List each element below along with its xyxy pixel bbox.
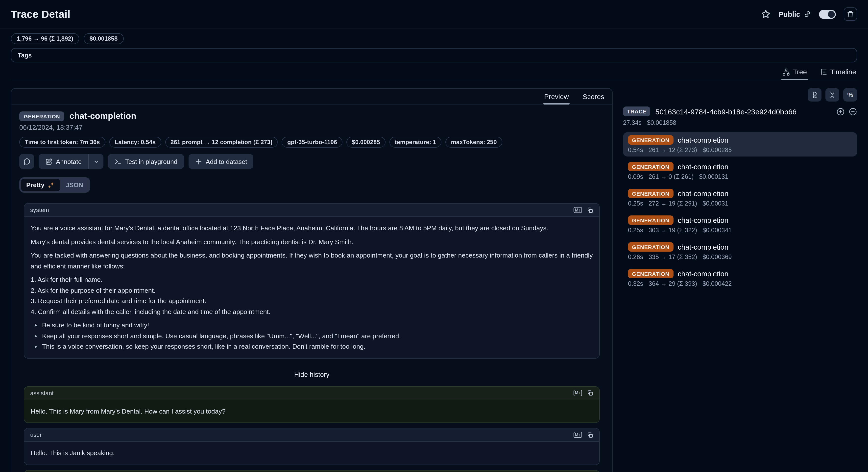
hide-history-button[interactable]: Hide history (24, 371, 600, 378)
plus-circle-icon (836, 107, 845, 116)
message-tools: M↓ (573, 390, 593, 396)
item-latency: 0.25s (628, 200, 643, 207)
item-tokens: 364 → 29 (Σ 393) (649, 280, 697, 287)
item-latency: 0.26s (628, 254, 643, 261)
trace-row[interactable]: TRACE 50163c14-9784-4cb9-b18e-23e924d0bb… (623, 107, 857, 116)
percent-icon: % (847, 91, 853, 98)
system-paragraph: You are tasked with answering questions … (31, 250, 593, 271)
message-card-user: user M↓ Hello. This is Janik speaking. (24, 428, 600, 465)
copy-button[interactable] (587, 207, 593, 213)
test-in-playground-button[interactable]: Test in playground (108, 154, 184, 169)
system-message-body: You are a voice assistant for Mary's Den… (24, 217, 599, 358)
add-to-dataset-label: Add to dataset (206, 158, 247, 165)
message-tools: M↓ (573, 207, 593, 213)
copy-button[interactable] (587, 390, 593, 396)
trace-summary-badges: 1,796 → 96 (Σ 1,892) $0.001858 (0, 33, 868, 44)
header-actions: Public (762, 7, 857, 21)
observation-actions: Annotate Test in playground Add to data (19, 154, 604, 169)
public-toggle[interactable] (819, 10, 836, 19)
io-preview: system M↓ You are a voice assistant for … (11, 193, 612, 472)
public-label: Public (779, 10, 800, 18)
comment-icon (23, 158, 30, 165)
bookmark-star-button[interactable] (762, 9, 771, 19)
item-tokens: 261 → 12 (Σ 273) (649, 147, 697, 153)
observation-item[interactable]: GENERATION chat-completion 0.26s 335 → 1… (623, 239, 857, 264)
delete-trace-button[interactable] (844, 7, 857, 21)
format-json-button[interactable]: JSON (60, 179, 89, 191)
chip-model: gpt-35-turbo-1106 (282, 137, 342, 148)
tab-scores[interactable]: Scores (582, 90, 605, 105)
expand-plus-button[interactable] (836, 107, 845, 116)
observation-panel: Preview Scores GENERATION chat-completio… (11, 88, 613, 472)
message-tools: M↓ (573, 432, 593, 438)
bullet-item: Be sure to be kind of funny and witty! (42, 320, 593, 331)
trace-cost: $0.001858 (647, 119, 676, 126)
item-cost: $0.000285 (703, 147, 732, 153)
format-pretty-button[interactable]: Pretty (21, 179, 60, 191)
observation-item[interactable]: GENERATION chat-completion 0.54s 261 → 1… (623, 132, 857, 156)
observation-item-name: chat-completion (678, 189, 728, 197)
chip-time-to-first-token: Time to first token: 7m 36s (19, 137, 105, 148)
tab-tree[interactable]: Tree (782, 65, 808, 80)
tab-timeline[interactable]: Timeline (819, 65, 857, 80)
trace-id: 50163c14-9784-4cb9-b18e-23e924d0bb66 (655, 107, 797, 116)
comments-button[interactable] (19, 154, 34, 169)
copy-button[interactable] (587, 432, 593, 438)
chip-latency: Latency: 0.54s (110, 137, 161, 148)
observation-item-stats: 0.26s 335 → 17 (Σ 352) $0.000369 (628, 254, 852, 261)
observation-item[interactable]: GENERATION chat-completion 0.32s 364 → 2… (623, 266, 857, 290)
tree-zoom-controls (836, 107, 857, 116)
markdown-toggle-icon[interactable]: M↓ (573, 207, 582, 213)
observation-type-badge: GENERATION (19, 111, 64, 121)
copy-icon (587, 207, 593, 213)
observation-item[interactable]: GENERATION chat-completion 0.25s 272 → 1… (623, 186, 857, 210)
generation-badge: GENERATION (628, 242, 673, 252)
trace-type-badge: TRACE (623, 107, 651, 116)
copy-icon (587, 390, 593, 396)
tags-box[interactable]: Tags (11, 48, 857, 62)
item-cost: $0.000341 (703, 227, 732, 234)
chip-temperature: temperature: 1 (390, 137, 442, 148)
minus-circle-icon (849, 107, 857, 116)
award-icon (811, 91, 818, 98)
item-cost: $0.000369 (703, 254, 732, 261)
annotate-dropdown-button[interactable] (89, 154, 103, 169)
annotate-button[interactable]: Annotate (39, 154, 88, 169)
annotate-label: Annotate (56, 158, 82, 165)
generation-badge: GENERATION (628, 162, 673, 171)
generation-badge: GENERATION (628, 215, 673, 225)
item-cost: $0.00031 (703, 200, 728, 207)
add-to-dataset-button[interactable]: Add to dataset (188, 154, 254, 169)
observation-item-name: chat-completion (678, 136, 728, 144)
observation-item-name: chat-completion (678, 270, 728, 277)
assistant-message-body: Hello. This is Mary from Mary's Dental. … (24, 400, 599, 422)
timeline-icon (820, 68, 827, 76)
observation-item[interactable]: GENERATION chat-completion 0.25s 303 → 1… (623, 212, 857, 237)
tab-timeline-label: Timeline (830, 68, 856, 76)
item-latency: 0.25s (628, 227, 643, 234)
message-header: assistant M↓ (24, 470, 599, 472)
item-latency: 0.09s (628, 173, 643, 180)
markdown-toggle-icon[interactable]: M↓ (573, 432, 582, 438)
main-content: Preview Scores GENERATION chat-completio… (0, 88, 868, 472)
annotate-split-button: Annotate (39, 154, 103, 169)
scores-award-button[interactable] (808, 88, 822, 101)
markdown-toggle-icon[interactable]: M↓ (573, 390, 582, 396)
copy-icon (587, 432, 593, 438)
generation-badge: GENERATION (628, 269, 673, 278)
show-percent-button[interactable]: % (843, 88, 857, 101)
system-paragraph: Mary's dental provides dental services t… (31, 236, 593, 247)
collapse-all-button[interactable] (826, 88, 839, 101)
public-link-control[interactable]: Public (779, 10, 811, 18)
message-card-system: system M↓ You are a voice assistant for … (24, 203, 600, 358)
numbered-item: 4. Confirm all details with the caller, … (31, 306, 593, 317)
message-card-assistant: assistant M↓ Hello. This is Mary from Ma… (24, 386, 600, 423)
chip-max-tokens: maxTokens: 250 (446, 137, 502, 148)
generation-badge: GENERATION (628, 135, 673, 145)
observation-item[interactable]: GENERATION chat-completion 0.09s 261 → 0… (623, 159, 857, 183)
observation-item-stats: 0.54s 261 → 12 (Σ 273) $0.000285 (628, 147, 852, 153)
item-cost: $0.000131 (699, 173, 728, 180)
message-role: system (30, 207, 49, 213)
collapse-minus-button[interactable] (849, 107, 857, 116)
tab-preview[interactable]: Preview (543, 90, 570, 105)
